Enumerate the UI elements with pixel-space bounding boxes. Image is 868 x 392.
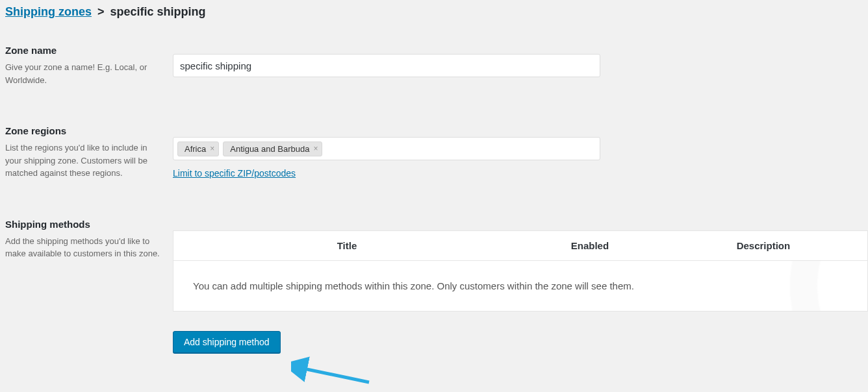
remove-tag-icon[interactable]: × bbox=[210, 145, 214, 153]
zone-regions-label: Zone regions bbox=[5, 125, 160, 136]
table-empty-text: You can add multiple shipping methods wi… bbox=[173, 260, 868, 311]
zone-regions-row: Zone regions List the regions you'd like… bbox=[5, 125, 863, 180]
breadcrumb-separator: > bbox=[97, 5, 105, 18]
table-header-description: Description bbox=[659, 230, 868, 260]
shipping-methods-table: Title Enabled Description You can add mu… bbox=[173, 230, 868, 312]
breadcrumb: Shipping zones > specific shipping bbox=[5, 5, 863, 19]
shipping-methods-description: Add the shipping methods you'd like to m… bbox=[5, 235, 160, 260]
table-header-enabled: Enabled bbox=[520, 230, 659, 260]
zone-regions-input[interactable]: Africa × Antigua and Barbuda × bbox=[173, 137, 600, 160]
region-tag: Africa × bbox=[177, 141, 219, 156]
region-tag-label: Antigua and Barbuda bbox=[230, 144, 309, 154]
limit-zip-link[interactable]: Limit to specific ZIP/postcodes bbox=[173, 168, 296, 178]
table-header-title: Title bbox=[173, 230, 521, 260]
region-tag: Antigua and Barbuda × bbox=[223, 141, 322, 156]
zone-name-description: Give your zone a name! E.g. Local, or Wo… bbox=[5, 61, 160, 86]
breadcrumb-link[interactable]: Shipping zones bbox=[5, 5, 92, 18]
shipping-methods-label: Shipping methods bbox=[5, 219, 160, 230]
zone-name-input[interactable] bbox=[173, 54, 600, 77]
shipping-methods-row: Shipping methods Add the shipping method… bbox=[5, 219, 863, 353]
breadcrumb-current: specific shipping bbox=[110, 5, 206, 18]
remove-tag-icon[interactable]: × bbox=[313, 145, 318, 153]
region-tag-label: Africa bbox=[185, 144, 206, 154]
zone-regions-description: List the regions you'd like to include i… bbox=[5, 141, 160, 180]
add-shipping-method-button[interactable]: Add shipping method bbox=[173, 331, 281, 353]
zone-name-row: Zone name Give your zone a name! E.g. Lo… bbox=[5, 45, 863, 86]
zone-name-label: Zone name bbox=[5, 45, 160, 56]
